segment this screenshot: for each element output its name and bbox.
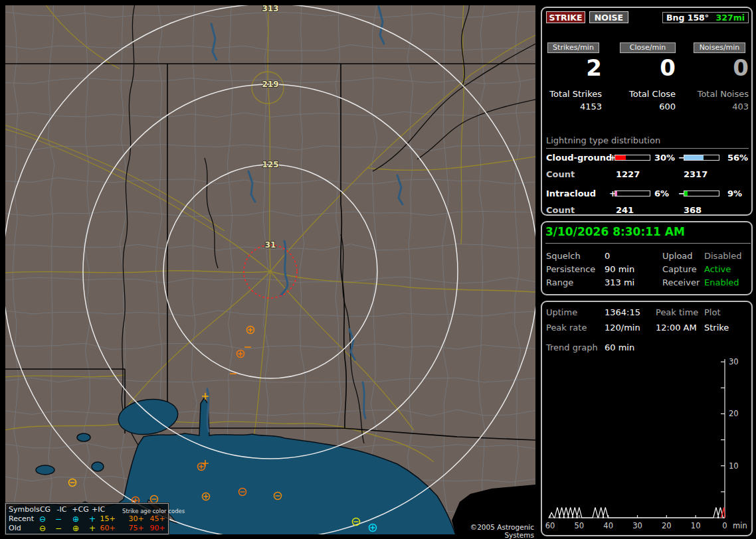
svg-text:30: 30 xyxy=(729,357,739,366)
bearing-label: Bng 158° xyxy=(666,13,709,23)
persistence-label: Persistence xyxy=(546,264,595,274)
panel-stats: Uptime 1364:15 Peak time Plot Peak rate … xyxy=(541,301,753,536)
legend-header-pcg: +CG xyxy=(70,505,90,514)
uptime-label: Uptime xyxy=(546,307,577,317)
map-svg: 31321912531 xyxy=(5,5,535,534)
ic-negative-count: 368 xyxy=(684,205,702,215)
range-value: 313 mi xyxy=(605,277,634,287)
cg-positive-count: 1227 xyxy=(616,169,640,179)
total-noises-value: 403 xyxy=(682,102,749,112)
trend-graph-label: Trend graph xyxy=(546,343,598,352)
capture-status: Active xyxy=(704,264,731,274)
svg-text:40: 40 xyxy=(603,521,613,530)
svg-text:60: 60 xyxy=(545,521,555,530)
peak-time-value: 12:00 AM xyxy=(656,323,697,333)
svg-text:20: 20 xyxy=(662,521,672,530)
legend-age-45: 45+ xyxy=(147,514,167,524)
close-per-min-value: 0 xyxy=(609,56,676,80)
ic-negative-pct: 9% xyxy=(727,189,742,198)
noises-per-min-button[interactable]: Noises/min xyxy=(694,42,745,53)
noise-button[interactable]: NOISE xyxy=(589,11,628,23)
cloud-ground-label: Cloud-ground xyxy=(546,153,612,163)
close-per-min-button[interactable]: Close/min xyxy=(620,42,676,53)
legend-old-label: Old xyxy=(9,524,21,533)
legend-age-15: 15+ xyxy=(98,514,118,524)
peak-rate-label: Peak rate xyxy=(546,323,587,333)
svg-text:0: 0 xyxy=(722,521,727,530)
cg-positive-pct: 30% xyxy=(654,153,675,163)
legend-recent-label: Recent xyxy=(9,514,34,524)
trend-window-value: 60 min xyxy=(605,343,634,352)
legend-age-90: 90+ xyxy=(147,524,167,533)
strike-button[interactable]: STRIKE xyxy=(546,11,585,23)
strike-legend: Symbols -CG -IC +CG +IC Strike age color… xyxy=(5,503,169,534)
upload-label: Upload xyxy=(662,251,693,261)
map-canvas[interactable]: 31321912531 Symbols -CG -IC +CG +IC Stri… xyxy=(5,5,535,534)
distribution-heading: Lightning type distribution xyxy=(546,135,749,149)
range-label: Range xyxy=(546,277,573,287)
noises-per-min-value: 0 xyxy=(682,56,749,80)
total-close-value: 600 xyxy=(609,102,676,112)
svg-text:313: 313 xyxy=(262,5,278,13)
svg-text:30: 30 xyxy=(632,521,642,530)
legend-header-nic: -IC xyxy=(52,505,72,514)
copyright-text: ©2005 Astrogenic Systems xyxy=(454,523,535,533)
cg-negative-pct: 56% xyxy=(727,153,748,163)
upload-status: Disabled xyxy=(704,251,741,261)
legend-header-ncg: -CG xyxy=(34,505,54,514)
ic-positive-count: 241 xyxy=(616,205,634,215)
legend-age-60: 60+ xyxy=(98,524,118,533)
squelch-value: 0 xyxy=(605,251,610,261)
receiver-status: Enabled xyxy=(704,277,739,287)
legend-age-75: 75+ xyxy=(126,524,146,533)
strikes-per-min-value: 2 xyxy=(542,56,602,80)
peak-time-label: Peak time xyxy=(656,307,698,317)
ic-positive-pct: 6% xyxy=(654,189,669,198)
capture-label: Capture xyxy=(662,264,697,274)
ic-negative-bar xyxy=(684,191,719,196)
svg-text:31: 31 xyxy=(265,240,276,250)
plot-label: Plot xyxy=(704,307,721,317)
svg-text:10: 10 xyxy=(729,461,739,471)
cg-negative-bar xyxy=(684,155,719,161)
trend-graph: 1020306050403020100min xyxy=(545,354,751,534)
persistence-value: 90 min xyxy=(605,264,634,274)
legend-age-30: 30+ xyxy=(126,514,146,524)
intracloud-label: Intracloud xyxy=(546,189,596,198)
squelch-label: Squelch xyxy=(546,251,581,261)
bearing-readout: Bng 158° 327mi xyxy=(662,12,749,23)
peak-rate-value: 120/min xyxy=(605,323,640,333)
receiver-label: Receiver xyxy=(662,277,700,287)
uptime-value: 1364:15 xyxy=(605,307,640,317)
total-strikes-value: 4153 xyxy=(542,102,602,112)
datetime-display: 3/10/2026 8:30:11 AM xyxy=(545,225,751,244)
svg-text:219: 219 xyxy=(262,80,278,89)
strikes-per-min-button[interactable]: Strikes/min xyxy=(547,42,599,53)
ic-count-label: Count xyxy=(546,205,575,215)
svg-text:125: 125 xyxy=(262,160,278,169)
svg-text:min: min xyxy=(733,521,747,530)
total-strikes-label: Total Strikes xyxy=(542,89,602,99)
legend-header-pic: +IC xyxy=(88,505,108,514)
panel-status: 3/10/2026 8:30:11 AM Squelch 0 Upload Di… xyxy=(541,221,753,295)
ic-positive-bar xyxy=(614,191,650,196)
cg-negative-count: 2317 xyxy=(684,169,708,179)
total-close-label: Total Close xyxy=(609,89,676,99)
panel-counters: STRIKE NOISE Bng 158° 327mi Strikes/min … xyxy=(541,7,753,216)
total-noises-label: Total Noises xyxy=(682,89,749,99)
plot-type-value: Strike xyxy=(704,323,729,333)
cg-count-label: Count xyxy=(546,169,575,179)
svg-text:20: 20 xyxy=(729,409,739,418)
bearing-distance: 327mi xyxy=(716,13,745,23)
cg-positive-bar xyxy=(614,155,650,161)
svg-text:10: 10 xyxy=(691,521,701,530)
svg-text:50: 50 xyxy=(575,521,585,530)
